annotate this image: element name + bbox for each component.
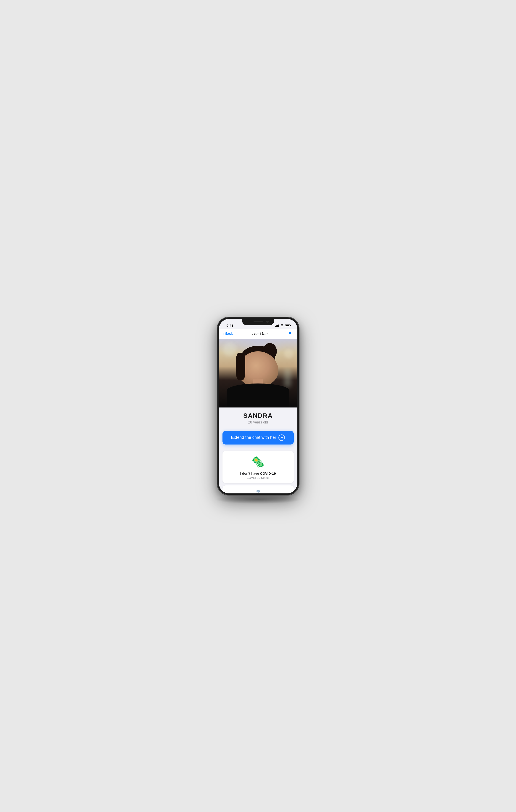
battery-icon [285, 324, 290, 327]
family-plans-card: I want kids in the future Family plans [222, 486, 294, 493]
flag-button[interactable] [286, 330, 294, 337]
battery-fill [285, 325, 289, 326]
profile-image-container [219, 339, 297, 407]
speaker [253, 321, 263, 322]
camera [266, 321, 269, 323]
scroll-content[interactable]: SANDRA 28 years old Extend the chat with… [219, 339, 297, 493]
extend-chat-button[interactable]: Extend the chat with her ∞ [222, 431, 294, 444]
covid-status-subtitle: COVID-19 Status [246, 476, 269, 480]
back-label: Back [225, 331, 233, 336]
svg-rect-0 [257, 490, 260, 492]
wifi-icon [280, 324, 284, 327]
signal-bars [275, 324, 279, 327]
notch [242, 319, 274, 325]
status-time: 9:41 [224, 324, 234, 327]
baby-bottle-icon-area [251, 490, 265, 493]
back-button[interactable]: ‹ Back [222, 331, 233, 336]
scene: 9:41 [199, 312, 317, 500]
phone-screen: 9:41 [219, 319, 297, 493]
bokeh-2 [284, 349, 293, 358]
profile-info: SANDRA 28 years old [219, 407, 297, 428]
infinity-icon: ∞ [278, 434, 285, 441]
covid-icon: 🦠 [251, 457, 265, 468]
cta-section: Extend the chat with her ∞ [219, 428, 297, 449]
profile-photo [219, 339, 297, 407]
cards-section: 🦠 I don't have COVID-19 COVID-19 Status [219, 449, 297, 493]
signal-bar-2 [276, 325, 277, 327]
baby-bottle-icon [253, 490, 263, 493]
app-title: The One [251, 331, 268, 337]
phone-shadow [215, 495, 302, 504]
bokeh-1 [223, 342, 236, 356]
nav-bar: ‹ Back The One [219, 329, 297, 339]
signal-bar-3 [277, 325, 278, 327]
status-icons [275, 324, 292, 327]
signal-bar-1 [275, 326, 276, 327]
profile-name: SANDRA [223, 412, 293, 419]
chevron-left-icon: ‹ [222, 331, 224, 336]
covid-icon-area: 🦠 [251, 456, 265, 469]
profile-age: 28 years old [223, 420, 293, 425]
signal-bar-4 [278, 324, 279, 327]
cta-button-label: Extend the chat with her [231, 435, 276, 440]
clothes [226, 383, 290, 407]
covid-status-title: I don't have COVID-19 [240, 471, 276, 475]
hair-side-left [236, 353, 245, 380]
covid-status-card: 🦠 I don't have COVID-19 COVID-19 Status [222, 451, 294, 483]
bokeh-3 [284, 369, 291, 387]
phone-body: 9:41 [217, 317, 299, 495]
